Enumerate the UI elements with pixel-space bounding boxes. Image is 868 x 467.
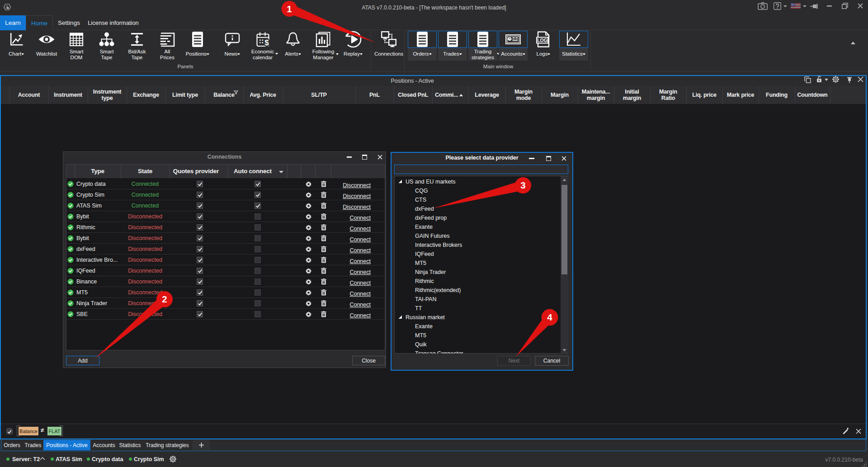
svg-text:$: $	[264, 38, 269, 47]
svg-text:LOG: LOG	[537, 38, 547, 43]
